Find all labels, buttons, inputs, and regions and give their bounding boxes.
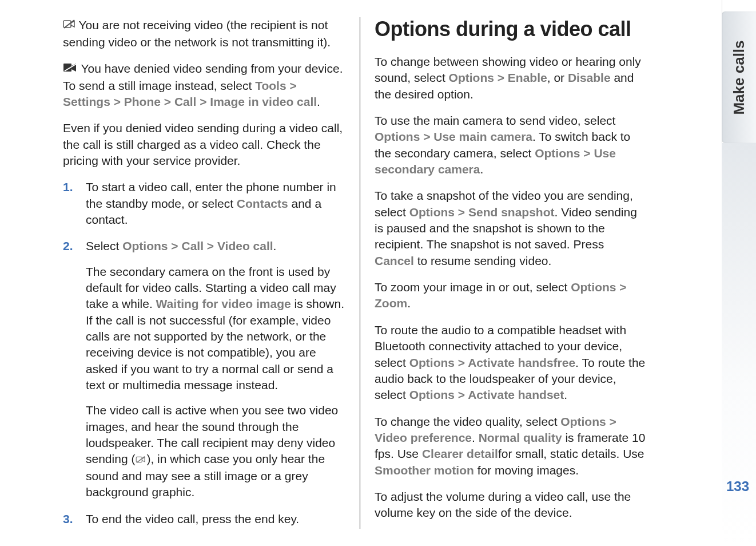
video-off-icon <box>63 17 75 33</box>
section-tab: Make calls <box>722 11 756 143</box>
para-volume: To adjust the volume during a video call… <box>375 489 646 521</box>
ui-options: Options <box>409 356 455 369</box>
heading-options: Options during a video call <box>375 17 646 41</box>
ui-options: Options <box>560 415 606 428</box>
side-tab-area: Make calls 133 <box>722 0 756 546</box>
left-column: You are not receiving video (the recipie… <box>63 17 360 529</box>
text: To change the video quality, select <box>375 415 560 428</box>
ui-enable: Enable <box>508 71 547 84</box>
step-2-main: Select Options > Call > Video call. <box>86 238 345 254</box>
ui-options: Options <box>449 71 494 84</box>
sep: > <box>287 79 297 92</box>
sep: > <box>161 95 174 108</box>
ui-handsfree: Activate handsfree <box>468 356 575 369</box>
step-3: 3. To end the video call, press the end … <box>63 511 345 527</box>
para-not-receiving: You are not receiving video (the recipie… <box>63 17 345 50</box>
ui-call: Call <box>174 95 197 108</box>
ui-call: Call <box>181 239 204 252</box>
sep: > <box>204 239 217 252</box>
step-1: 1. To start a video call, enter the phon… <box>63 179 345 228</box>
right-column: Options during a video call To change be… <box>360 17 658 529</box>
sep: > <box>168 239 182 252</box>
text: to resume sending video. <box>414 254 551 267</box>
ui-disable: Disable <box>568 71 611 84</box>
ui-send-snapshot: Send snapshot <box>468 205 555 219</box>
ui-options: Options <box>535 147 580 160</box>
text: To use the main camera to send video, se… <box>375 114 615 127</box>
text: You have denied video sending from your … <box>63 62 343 92</box>
ui-options: Options <box>409 205 455 219</box>
text: for small, static details. Use <box>498 447 644 460</box>
sep: > <box>606 415 616 428</box>
ui-options: Options <box>409 388 455 401</box>
ui-video-pref: Video preference <box>375 431 472 444</box>
text: , or <box>547 71 568 84</box>
page-number: 133 <box>726 478 749 494</box>
sep: > <box>196 95 210 108</box>
ui-image-in-call: Image in video call <box>210 95 317 108</box>
step-2-detail-1: The secondary camera on the front is use… <box>86 264 345 394</box>
sep: > <box>616 280 627 294</box>
para-quality: To change the video quality, select Opti… <box>375 414 646 478</box>
manual-page: You are not receiving video (the recipie… <box>0 0 756 546</box>
ui-settings: Settings <box>63 95 110 108</box>
video-denied-icon <box>63 61 78 77</box>
text: You are not receiving video (the recipie… <box>63 18 331 49</box>
para-charged: Even if you denied video sending during … <box>63 120 345 169</box>
ui-normal-quality: Normal quality <box>479 431 562 444</box>
ui-zoom: Zoom <box>375 296 407 310</box>
ui-video-call: Video call <box>217 239 273 252</box>
step-number-3: 3. <box>63 511 79 527</box>
text: To zoom your image in or out, select <box>375 280 571 294</box>
para-camera: To use the main camera to send video, se… <box>375 113 646 177</box>
steps-list: 1. To start a video call, enter the phon… <box>63 179 345 527</box>
ui-handset: Activate handset <box>468 388 564 401</box>
sep: > <box>455 205 468 219</box>
ui-options: Options <box>571 280 616 294</box>
section-tab-label: Make calls <box>730 40 748 114</box>
video-off-small-icon <box>135 452 146 468</box>
ui-options: Options <box>375 130 420 143</box>
ui-contacts: Contacts <box>237 197 288 210</box>
content-columns: You are not receiving video (the recipie… <box>0 0 722 546</box>
step-2-detail-2: The video call is active when you see tw… <box>86 402 345 500</box>
svg-line-1 <box>64 20 74 28</box>
ui-main-camera: Use main camera <box>433 130 532 143</box>
ui-smoother-motion: Smoother motion <box>375 464 474 477</box>
para-enable-disable: To change between showing video or heari… <box>375 54 646 102</box>
sep: > <box>494 71 508 84</box>
sep: > <box>420 130 433 143</box>
para-audio-route: To route the audio to a compatible heads… <box>375 322 646 403</box>
para-denied-video: You have denied video sending from your … <box>63 61 345 110</box>
sep: > <box>580 147 594 160</box>
svg-line-5 <box>137 456 145 462</box>
sep: > <box>455 356 468 369</box>
text: for moving images. <box>474 464 579 477</box>
text: Select <box>86 239 122 252</box>
ui-phone: Phone <box>124 95 161 108</box>
ui-options: Options <box>122 239 168 252</box>
text: To end the video call, press the end key… <box>86 512 299 525</box>
ui-clearer-detail: Clearer detail <box>422 447 498 460</box>
sep: > <box>455 388 468 401</box>
step-number-1: 1. <box>63 179 79 195</box>
step-2: 2. Select Options > Call > Video call. T… <box>63 238 345 500</box>
text: is shown. If the call is not successful … <box>86 297 344 391</box>
para-zoom: To zoom your image in or out, select Opt… <box>375 279 646 312</box>
step-number-2: 2. <box>63 238 79 254</box>
sep: > <box>110 95 124 108</box>
ui-cancel: Cancel <box>375 254 414 267</box>
para-snapshot: To take a snapshot of the video you are … <box>375 188 646 269</box>
ui-tools: Tools <box>255 79 286 92</box>
ui-waiting: Waiting for video image <box>156 297 291 310</box>
